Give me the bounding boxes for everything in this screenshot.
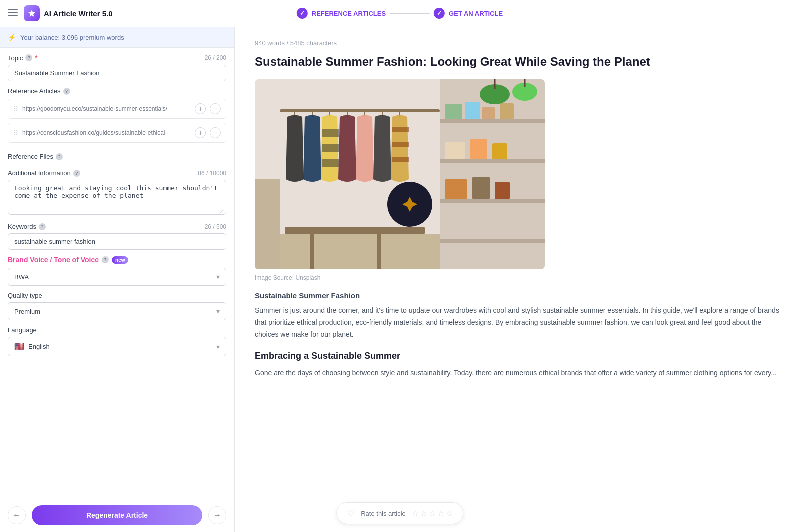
ref-articles-info-icon[interactable]: ? bbox=[64, 88, 70, 95]
svg-rect-28 bbox=[285, 227, 425, 234]
ref-remove-btn-1[interactable]: − bbox=[210, 103, 221, 114]
svg-rect-2 bbox=[8, 15, 18, 16]
ref-files-info-icon[interactable]: ? bbox=[56, 153, 63, 160]
additional-label-left: Additional Information ? bbox=[8, 169, 80, 177]
article-image bbox=[255, 79, 545, 269]
keywords-section: Keywords ? 26 / 500 bbox=[0, 223, 234, 256]
resize-icon: ⤢ bbox=[220, 208, 224, 215]
svg-rect-30 bbox=[378, 232, 382, 269]
keywords-label-row: Keywords ? 26 / 500 bbox=[8, 223, 226, 230]
language-dropdown[interactable]: 🇺🇸 English ▾ bbox=[8, 337, 226, 356]
quality-value: Premium bbox=[14, 308, 40, 315]
forward-button[interactable]: → bbox=[208, 506, 226, 524]
svg-rect-29 bbox=[310, 232, 314, 269]
brand-voice-dropdown[interactable]: BWA ▾ bbox=[8, 268, 226, 286]
step1-check: ✓ bbox=[297, 8, 308, 19]
svg-rect-13 bbox=[445, 142, 465, 159]
svg-rect-11 bbox=[482, 107, 495, 119]
required-dot: * bbox=[35, 54, 38, 62]
step-reference-articles[interactable]: ✓ REFERENCE ARTICLES bbox=[297, 8, 386, 19]
left-panel: ⚡ Your balance: 3,096 premium words Topi… bbox=[0, 27, 235, 532]
article-meta: 940 words / 5485 characters bbox=[255, 39, 780, 47]
new-badge: new bbox=[112, 256, 128, 264]
svg-rect-9 bbox=[445, 104, 462, 119]
additional-count: 86 / 10000 bbox=[198, 170, 226, 177]
svg-rect-27 bbox=[255, 234, 440, 269]
regenerate-button[interactable]: Regenerate Article bbox=[32, 505, 202, 525]
step1-label: REFERENCE ARTICLES bbox=[312, 10, 386, 17]
brand-voice-section: Brand Voice / Tone of Voice ? new BWA ▾ bbox=[0, 256, 234, 292]
keywords-count: 26 / 500 bbox=[205, 223, 226, 230]
ref-files-label: Reference Files bbox=[8, 153, 54, 160]
article-section-title: Embracing a Sustainable Summer bbox=[255, 351, 780, 361]
ref-articles-label-row: Reference Articles ? bbox=[8, 87, 226, 95]
wizard-steps: ✓ REFERENCE ARTICLES ✓ GET AN ARTICLE bbox=[297, 8, 503, 19]
rate-text: Rate this article bbox=[361, 510, 406, 517]
brand-voice-label: Brand Voice / Tone of Voice bbox=[8, 256, 99, 264]
ref-files-label-row: Reference Files ? bbox=[8, 153, 226, 160]
reference-files-section: Reference Files ? bbox=[0, 153, 234, 169]
top-navigation: AI Article Writer 5.0 ✓ REFERENCE ARTICL… bbox=[0, 0, 800, 27]
svg-rect-1 bbox=[8, 12, 18, 13]
quality-section: Quality type Premium ▾ bbox=[0, 292, 234, 326]
article-image-svg bbox=[255, 79, 545, 269]
keywords-input[interactable] bbox=[8, 233, 226, 250]
step-get-article[interactable]: ✓ GET AN ARTICLE bbox=[434, 8, 503, 19]
balance-text: Your balance: 3,096 premium words bbox=[20, 34, 124, 41]
balance-icon: ⚡ bbox=[8, 33, 16, 41]
bottom-bar: ← Regenerate Article → bbox=[0, 498, 234, 532]
language-value: English bbox=[28, 343, 50, 350]
topic-label-row: Topic ? * 26 / 200 bbox=[8, 54, 226, 62]
star-5[interactable]: ☆ bbox=[446, 509, 453, 518]
topic-input[interactable] bbox=[8, 65, 226, 81]
heart-button[interactable]: ♡ bbox=[347, 508, 355, 519]
article-body-2: Gone are the days of choosing between st… bbox=[255, 367, 780, 379]
back-button[interactable]: ← bbox=[8, 506, 26, 524]
additional-info-section: Additional Information ? 86 / 10000 ⤢ bbox=[0, 169, 234, 223]
star-3[interactable]: ☆ bbox=[429, 509, 436, 518]
star-4[interactable]: ☆ bbox=[438, 509, 444, 518]
drag-handle-1[interactable]: ⠿ bbox=[14, 105, 18, 113]
ref-item-1: ⠿ https://goodonyou.eco/sustainable-summ… bbox=[8, 99, 226, 119]
ref-add-btn-1[interactable]: + bbox=[195, 103, 206, 114]
svg-rect-8 bbox=[440, 239, 545, 243]
quality-dropdown[interactable]: Premium ▾ bbox=[8, 302, 226, 320]
article-subtitle: Sustainable Summer Fashion bbox=[255, 291, 780, 300]
svg-rect-14 bbox=[470, 139, 488, 159]
drag-handle-2[interactable]: ⠿ bbox=[14, 129, 18, 137]
logo-icon bbox=[24, 5, 40, 21]
additional-textarea-wrapper: ⤢ bbox=[8, 180, 226, 217]
svg-rect-7 bbox=[440, 199, 545, 203]
svg-rect-0 bbox=[8, 9, 18, 10]
topic-info-icon[interactable]: ? bbox=[26, 54, 32, 61]
svg-rect-12 bbox=[500, 103, 514, 119]
main-content: ⚡ Your balance: 3,096 premium words Topi… bbox=[0, 27, 800, 532]
ref-add-btn-2[interactable]: + bbox=[195, 127, 206, 138]
topic-label-left: Topic ? * bbox=[8, 54, 38, 62]
language-section: Language 🇺🇸 English ▾ bbox=[0, 326, 234, 362]
additional-info-icon[interactable]: ? bbox=[74, 170, 80, 177]
reference-articles-section: Reference Articles ? ⠿ https://goodonyou… bbox=[0, 87, 234, 153]
form-scroll-area: Topic ? * 26 / 200 Reference Articles ? … bbox=[0, 48, 234, 532]
star-1[interactable]: ☆ bbox=[412, 509, 419, 518]
ref-url-1: https://goodonyou.eco/sustainable-summer… bbox=[22, 105, 191, 112]
brand-voice-label-row: Brand Voice / Tone of Voice ? new bbox=[8, 256, 226, 264]
svg-rect-5 bbox=[440, 119, 545, 123]
language-label: Language bbox=[8, 326, 226, 334]
image-source: Image Source: Unsplash bbox=[255, 274, 780, 281]
article-body-1: Summer is just around the corner, and it… bbox=[255, 305, 780, 340]
step2-check: ✓ bbox=[434, 8, 445, 19]
menu-icon[interactable] bbox=[8, 7, 18, 19]
svg-rect-18 bbox=[495, 182, 510, 199]
ref-remove-btn-2[interactable]: − bbox=[210, 127, 221, 138]
language-chevron: ▾ bbox=[216, 343, 220, 351]
svg-rect-15 bbox=[492, 143, 508, 159]
brand-voice-info-icon[interactable]: ? bbox=[102, 256, 109, 263]
ref-articles-label: Reference Articles bbox=[8, 87, 61, 95]
additional-textarea[interactable] bbox=[8, 180, 226, 215]
app-logo: AI Article Writer 5.0 bbox=[24, 5, 113, 21]
star-2[interactable]: ☆ bbox=[420, 509, 428, 518]
keywords-info-icon[interactable]: ? bbox=[39, 223, 46, 230]
step-line bbox=[390, 13, 430, 14]
keywords-label: Keywords bbox=[8, 223, 36, 230]
